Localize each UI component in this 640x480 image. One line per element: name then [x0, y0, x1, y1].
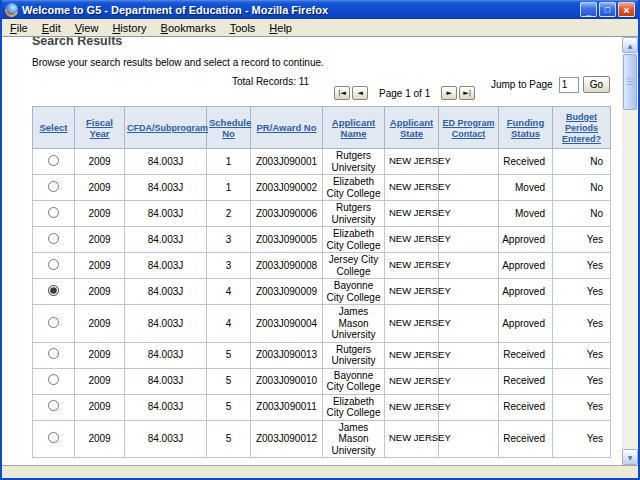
- cell-pr-award-no: Z003J090002: [251, 175, 323, 201]
- cell-pr-award-no: Z003J090001: [251, 149, 323, 175]
- menu-item-tools[interactable]: Tools: [223, 21, 263, 35]
- column-header-ed-program-contact: ED Program Contact: [439, 107, 499, 149]
- select-record-radio[interactable]: [48, 285, 59, 296]
- cell-cfda-subprogram: 84.003J: [125, 149, 207, 175]
- menu-item-history[interactable]: History: [105, 21, 153, 35]
- column-sort-link[interactable]: Funding Status: [507, 117, 544, 139]
- cell-applicant-name: Bayonne City College: [323, 368, 385, 394]
- cell-cfda-subprogram: 84.003J: [125, 253, 207, 279]
- column-sort-link[interactable]: Applicant Name: [332, 117, 375, 139]
- cell-applicant-name: Bayonne City College: [323, 279, 385, 305]
- cell-pr-award-no: Z003J090009: [251, 279, 323, 305]
- select-record-radio[interactable]: [48, 348, 59, 359]
- column-sort-link[interactable]: PR/Award No: [256, 122, 316, 133]
- cell-applicant-name: Elizabeth City College: [323, 227, 385, 253]
- cell-cfda-subprogram: 84.003J: [125, 279, 207, 305]
- minimize-button[interactable]: _: [580, 2, 597, 17]
- cell-cfda-subprogram: 84.003J: [125, 201, 207, 227]
- cell-cfda-subprogram: 84.003J: [125, 227, 207, 253]
- column-header-select: Select: [33, 107, 75, 149]
- column-sort-link[interactable]: CFDA/Subprogram: [127, 123, 208, 133]
- cell-budget-periods-entered: No: [553, 175, 611, 201]
- menubar: FileEditViewHistoryBookmarksToolsHelp: [2, 19, 638, 36]
- column-sort-link[interactable]: ED Program Contact: [442, 118, 494, 139]
- cell-fiscal-year: 2009: [75, 368, 125, 394]
- cell-funding-status: Moved: [499, 201, 553, 227]
- cell-budget-periods-entered: Yes: [553, 279, 611, 305]
- select-record-radio[interactable]: [48, 233, 59, 244]
- cell-fiscal-year: 2009: [75, 394, 125, 420]
- close-button[interactable]: ×: [618, 2, 635, 17]
- table-row: 2009 84.003J 5 Z003J090013 Rutgers Unive…: [33, 342, 611, 368]
- menu-item-bookmarks[interactable]: Bookmarks: [154, 21, 223, 35]
- cell-applicant-state: NEW JERSEY: [385, 227, 439, 253]
- column-sort-link[interactable]: Applicant State: [390, 117, 433, 139]
- cell-funding-status: Approved: [499, 279, 553, 305]
- window-title: Welcome to G5 - Department of Education …: [22, 4, 576, 16]
- select-record-radio[interactable]: [48, 374, 59, 385]
- cell-pr-award-no: Z003J090008: [251, 253, 323, 279]
- scrollbar-thumb[interactable]: [623, 54, 637, 110]
- next-page-icon: ►: [447, 89, 452, 97]
- cell-cfda-subprogram: 84.003J: [125, 175, 207, 201]
- cell-pr-award-no: Z003J090004: [251, 305, 323, 343]
- scroll-down-button[interactable]: ▼: [622, 449, 638, 465]
- cell-schedule-no: 3: [207, 253, 251, 279]
- cell-budget-periods-entered: Yes: [553, 342, 611, 368]
- menu-item-view[interactable]: View: [68, 21, 106, 35]
- last-page-button[interactable]: ►|: [459, 86, 475, 100]
- select-record-radio[interactable]: [48, 432, 59, 443]
- menu-item-file[interactable]: File: [3, 21, 35, 35]
- menu-item-help[interactable]: Help: [262, 21, 299, 35]
- select-record-radio[interactable]: [48, 317, 59, 328]
- menu-item-edit[interactable]: Edit: [35, 21, 68, 35]
- first-page-button[interactable]: |◄: [334, 86, 350, 100]
- cell-pr-award-no: Z003J090011: [251, 394, 323, 420]
- column-header-fiscal-year: Fiscal Year: [75, 107, 125, 149]
- cell-applicant-name: James Mason University: [323, 420, 385, 458]
- cell-fiscal-year: 2009: [75, 279, 125, 305]
- cell-applicant-state: NEW JERSEY: [385, 420, 439, 458]
- firefox-icon: [5, 3, 18, 16]
- scroll-up-button[interactable]: ▲: [622, 37, 638, 53]
- cell-pr-award-no: Z003J090013: [251, 342, 323, 368]
- scroll-down-icon: ▼: [628, 454, 633, 461]
- previous-page-button[interactable]: ◄: [352, 86, 368, 100]
- maximize-button[interactable]: □: [599, 2, 616, 17]
- cell-applicant-name: Rutgers University: [323, 342, 385, 368]
- last-page-icon: ►|: [463, 89, 471, 97]
- column-sort-link[interactable]: Fiscal Year: [86, 117, 113, 139]
- cell-applicant-name: Elizabeth City College: [323, 175, 385, 201]
- page-info-label: Page 1 of 1: [379, 88, 430, 99]
- cell-budget-periods-entered: Yes: [553, 368, 611, 394]
- column-header-cfda-subprogram: CFDA/Subprogram: [125, 107, 207, 149]
- pagination-top: Total Records: 11 |◄ ◄ Page 1 of 1 ► ►| …: [32, 76, 610, 100]
- column-header-pr-award-no: PR/Award No: [251, 107, 323, 149]
- next-page-button[interactable]: ►: [441, 86, 457, 100]
- search-results-table: SelectFiscal YearCFDA/SubprogramSchedule…: [32, 106, 611, 458]
- select-record-radio[interactable]: [48, 400, 59, 411]
- select-record-radio[interactable]: [48, 155, 59, 166]
- cell-select: [33, 420, 75, 458]
- go-button[interactable]: Go: [583, 76, 610, 93]
- select-record-radio[interactable]: [48, 181, 59, 192]
- vertical-scrollbar[interactable]: ▲ ▼: [622, 37, 638, 465]
- jump-to-page-input[interactable]: [559, 77, 579, 93]
- column-sort-link[interactable]: Select: [40, 122, 68, 133]
- select-record-radio[interactable]: [48, 207, 59, 218]
- cell-applicant-name: Rutgers University: [323, 201, 385, 227]
- table-row: 2009 84.003J 4 Z003J090009 Bayonne City …: [33, 279, 611, 305]
- previous-page-icon: ◄: [357, 89, 362, 97]
- column-sort-link[interactable]: Schedule No: [209, 117, 251, 139]
- cell-funding-status: Received: [499, 368, 553, 394]
- cell-pr-award-no: Z003J090006: [251, 201, 323, 227]
- cell-schedule-no: 5: [207, 342, 251, 368]
- scroll-up-icon: ▲: [628, 42, 633, 49]
- select-record-radio[interactable]: [48, 259, 59, 270]
- cell-budget-periods-entered: Yes: [553, 253, 611, 279]
- table-row: 2009 84.003J 5 Z003J090012 James Mason U…: [33, 420, 611, 458]
- cell-schedule-no: 5: [207, 394, 251, 420]
- column-sort-link[interactable]: Budget Periods Entered?: [562, 112, 601, 144]
- cell-select: [33, 342, 75, 368]
- table-row: 2009 84.003J 1 Z003J090001 Rutgers Unive…: [33, 149, 611, 175]
